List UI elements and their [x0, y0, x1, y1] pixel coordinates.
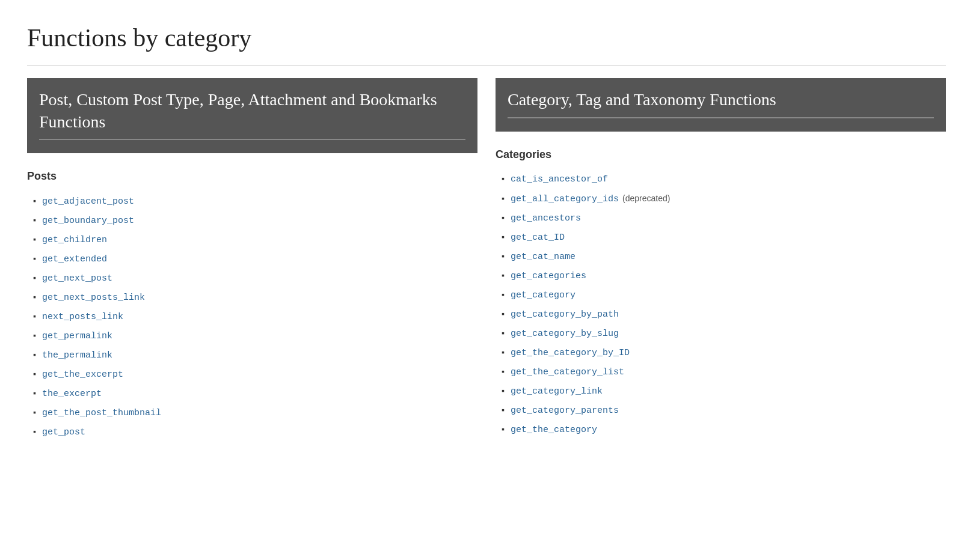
func-link[interactable]: get_next_posts_link — [42, 291, 145, 305]
func-link[interactable]: the_excerpt — [42, 387, 102, 401]
list-item: get_extended — [33, 252, 477, 267]
list-item: get_the_category_by_ID — [502, 346, 946, 361]
list-item: get_post — [33, 425, 477, 440]
main-columns: Post, Custom Post Type, Page, Attachment… — [27, 78, 946, 445]
func-link[interactable]: get_cat_name — [511, 250, 576, 264]
list-item: get_category_by_slug — [502, 327, 946, 341]
right-function-list: cat_is_ancestor_of get_all_category_ids … — [502, 172, 946, 437]
func-link[interactable]: get_post — [42, 425, 85, 440]
func-link[interactable]: get_children — [42, 233, 107, 248]
list-item: get_all_category_ids (deprecated) — [502, 192, 946, 207]
list-item: get_children — [33, 233, 477, 248]
list-item: get_next_post — [33, 272, 477, 286]
deprecated-badge: (deprecated) — [622, 192, 670, 205]
func-link[interactable]: get_ancestors — [511, 212, 581, 226]
page-title: Functions by category — [27, 18, 946, 66]
func-link[interactable]: get_the_excerpt — [42, 368, 123, 382]
list-item: the_excerpt — [33, 387, 477, 401]
list-item: the_permalink — [33, 348, 477, 363]
func-link[interactable]: get_next_post — [42, 272, 112, 286]
func-link[interactable]: next_posts_link — [42, 310, 123, 324]
func-link[interactable]: the_permalink — [42, 348, 112, 363]
left-subsection-title: Posts — [27, 168, 477, 185]
right-column: Category, Tag and Taxonomy Functions Cat… — [496, 78, 946, 442]
func-link[interactable]: cat_is_ancestor_of — [511, 172, 608, 187]
list-item: get_categories — [502, 269, 946, 284]
list-item: get_boundary_post — [33, 214, 477, 228]
list-item: get_cat_ID — [502, 231, 946, 245]
list-item: get_category_link — [502, 385, 946, 399]
list-item: get_the_excerpt — [33, 368, 477, 382]
func-link[interactable]: get_the_category — [511, 423, 597, 437]
func-link[interactable]: get_the_category_by_ID — [511, 346, 630, 361]
func-link[interactable]: get_permalink — [42, 329, 112, 344]
left-section-header: Post, Custom Post Type, Page, Attachment… — [27, 78, 477, 153]
list-item: get_cat_name — [502, 250, 946, 264]
list-item: get_adjacent_post — [33, 195, 477, 209]
right-section-header: Category, Tag and Taxonomy Functions — [496, 78, 946, 131]
list-item: get_category_by_path — [502, 308, 946, 322]
list-item: get_the_post_thumbnail — [33, 406, 477, 421]
left-function-list: get_adjacent_post get_boundary_post get_… — [33, 195, 477, 440]
list-item: cat_is_ancestor_of — [502, 172, 946, 187]
func-link[interactable]: get_the_category_list — [511, 365, 624, 380]
func-link[interactable]: get_adjacent_post — [42, 195, 134, 209]
list-item: get_category_parents — [502, 404, 946, 418]
list-item: get_the_category — [502, 423, 946, 437]
left-column-title: Post, Custom Post Type, Page, Attachment… — [39, 89, 465, 133]
func-link[interactable]: get_category — [511, 288, 576, 303]
list-item: get_permalink — [33, 329, 477, 344]
func-link[interactable]: get_category_by_slug — [511, 327, 619, 341]
list-item: next_posts_link — [33, 310, 477, 324]
list-item: get_category — [502, 288, 946, 303]
list-item: get_the_category_list — [502, 365, 946, 380]
right-subsection-title: Categories — [496, 146, 946, 163]
func-link[interactable]: get_category_parents — [511, 404, 619, 418]
func-link[interactable]: get_boundary_post — [42, 214, 134, 228]
list-item: get_ancestors — [502, 212, 946, 226]
right-column-title: Category, Tag and Taxonomy Functions — [508, 89, 934, 111]
func-link[interactable]: get_extended — [42, 252, 107, 267]
func-link[interactable]: get_the_post_thumbnail — [42, 406, 161, 421]
func-link[interactable]: get_categories — [511, 269, 586, 284]
func-link[interactable]: get_category_link — [511, 385, 603, 399]
func-link[interactable]: get_category_by_path — [511, 308, 619, 322]
left-column: Post, Custom Post Type, Page, Attachment… — [27, 78, 477, 445]
func-link[interactable]: get_cat_ID — [511, 231, 565, 245]
func-link[interactable]: get_all_category_ids — [511, 192, 619, 207]
list-item: get_next_posts_link — [33, 291, 477, 305]
